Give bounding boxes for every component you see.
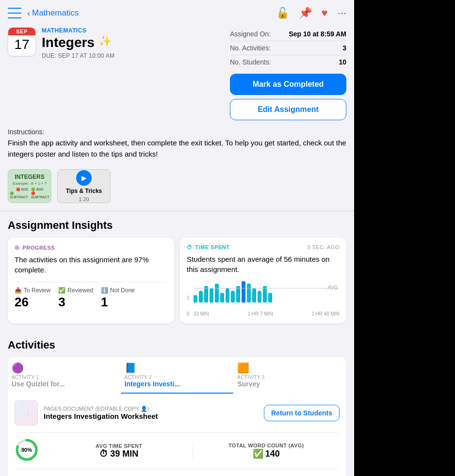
doc-type: PAGES DOCUMENT (EDITABLE COPY 👤) — [44, 406, 258, 412]
doc-name: Integers Investigation Worksheet — [44, 412, 258, 420]
time-label: TIME SPENT — [195, 244, 230, 250]
instructions-section: Instructions: Finish the app activity an… — [0, 128, 354, 165]
activities-section: Activities 🟣 ACTIVITY 1 Use Quizlet for.… — [0, 331, 354, 476]
chart-bar — [263, 286, 267, 302]
activity-detail: 📄 PAGES DOCUMENT (EDITABLE COPY 👤) Integ… — [8, 394, 346, 476]
chart-bar — [220, 293, 224, 302]
tips-tricks-video[interactable]: ▶ Tips & Tricks 1:20 — [57, 169, 111, 203]
not-done-label: ℹ️ Not Done — [101, 287, 135, 294]
cal-month: SEP — [8, 28, 35, 35]
doc-thumbnail: 📄 — [15, 400, 38, 426]
sparkle-icon: ✨ — [98, 35, 112, 48]
assignment-right: Assigned On: Sep 10 at 8:59 AM No. Activ… — [230, 27, 346, 120]
progress-ring: 80% — [15, 438, 39, 464]
chart-bar — [252, 288, 256, 302]
to-review-label: 📥 To Review — [15, 287, 50, 294]
more-options-icon[interactable]: ··· — [338, 7, 346, 19]
activities-label: No. Activities: — [230, 44, 271, 52]
activities-value: 3 — [342, 44, 346, 52]
avg-time-metric: AVG TIME SPENT ⏱ 39 MIN — [46, 443, 193, 459]
survey-icon: 🟧 — [237, 362, 249, 374]
word-count-metric: TOTAL WORD COUNT (AVG) ✅ 140 — [193, 443, 340, 459]
insights-cards: ◎ PROGRESS The activities on this assign… — [8, 238, 346, 323]
chart-bar — [247, 284, 251, 302]
activity-tab-2[interactable]: 📘 ACTIVITY 2 Integers Investi... — [121, 357, 234, 394]
reviewed-label: ✅ Reviewed — [58, 287, 93, 294]
due-date: DUE: SEP 17 AT 10:00 AM — [42, 52, 114, 59]
activity-tab-3[interactable]: 🟧 ACTIVITY 3 Survey — [233, 357, 346, 394]
progress-card: ◎ PROGRESS The activities on this assign… — [8, 238, 174, 323]
cal-day: 17 — [14, 35, 29, 53]
sidebar-toggle-button[interactable] — [8, 8, 21, 18]
chart-bar — [236, 286, 240, 302]
assigned-on-value: Sep 10 at 8:59 AM — [289, 30, 346, 38]
assignment-title: Integers — [42, 35, 95, 50]
pin-icon[interactable]: 📌 — [299, 7, 312, 19]
assigned-on-label: Assigned On: — [230, 30, 271, 38]
video-title: Tips & Tricks — [66, 188, 102, 194]
black-panel — [354, 0, 455, 476]
instructions-text: Finish the app activity and worksheet, t… — [8, 138, 346, 159]
students-value: 10 — [339, 58, 346, 66]
chart-bar — [231, 291, 235, 302]
chart-bar — [268, 293, 272, 302]
reviewed-value: 3 — [58, 295, 93, 310]
subject-label: MATHEMATICS — [42, 27, 114, 34]
assignment-header: SEP 17 MATHEMATICS Integers ✨ DUE: SEP 1… — [0, 23, 354, 128]
students-row: No. Students: 10 — [230, 55, 346, 69]
quizlet-icon: 🟣 — [12, 362, 24, 374]
chart-bar — [194, 295, 197, 302]
doc-info: PAGES DOCUMENT (EDITABLE COPY 👤) Integer… — [44, 406, 258, 420]
top-nav: ‹ Mathematics 🔓 📌 ♥ ··· — [0, 0, 354, 23]
time-bar-chart: AVG — [194, 281, 340, 310]
lock-icon[interactable]: 🔓 — [276, 7, 289, 19]
insights-section: Assignment Insights ◎ PROGRESS The activ… — [0, 211, 354, 331]
top-action-icons: 🔓 📌 ♥ ··· — [276, 7, 346, 19]
back-button[interactable]: ‹ Mathematics — [27, 8, 79, 18]
progress-text: The activities on this assignment are 97… — [15, 254, 167, 275]
time-text: Students spent an average of 56 minutes … — [187, 254, 340, 274]
check-icon: ✅ — [58, 287, 65, 294]
calendar-icon: SEP 17 — [8, 27, 36, 56]
svg-text:80%: 80% — [21, 447, 32, 453]
mark-completed-button[interactable]: Mark as Completed — [230, 74, 346, 95]
edit-assignment-button[interactable]: Edit Assignment — [230, 99, 346, 120]
activity-tabs: 🟣 ACTIVITY 1 Use Quizlet for... 📘 ACTIVI… — [8, 357, 346, 394]
chart-bar — [226, 288, 229, 302]
clock-icon: ⏱ — [187, 244, 193, 250]
clock-small-icon: ⏱ — [99, 449, 108, 459]
assigned-on-row: Assigned On: Sep 10 at 8:59 AM — [230, 27, 346, 41]
students-label: No. Students: — [230, 58, 271, 66]
avg-line — [194, 288, 340, 288]
avg-time-label: AVG TIME SPENT — [51, 443, 187, 449]
check-circle-icon: ✅ — [253, 448, 263, 459]
back-label: Mathematics — [32, 8, 79, 18]
play-icon: ▶ — [76, 170, 92, 186]
activity-metrics: 80% AVG TIME SPENT ⏱ 39 MIN TOTAL WORD C… — [15, 432, 340, 469]
time-ago: 3 sec. ago — [307, 244, 340, 250]
word-count-value: ✅ 140 — [199, 448, 334, 459]
inbox-icon: 📥 — [15, 287, 22, 294]
activities-row: No. Activities: 3 — [230, 41, 346, 55]
chart-bar — [258, 291, 261, 302]
chart-bar — [242, 281, 245, 302]
progress-stats: 📥 To Review 26 ✅ Reviewed 3 — [15, 282, 167, 310]
pages-icon: 📘 — [125, 362, 137, 374]
chart-bar — [215, 284, 219, 302]
integers-poster-label: INTEGERS — [15, 174, 44, 180]
chevron-left-icon: ‹ — [27, 8, 30, 18]
assignment-title-info: MATHEMATICS Integers ✨ DUE: SEP 17 AT 10… — [42, 27, 114, 59]
return-to-students-button[interactable]: Return to Students — [264, 405, 340, 421]
time-card-header: ⏱ TIME SPENT 3 sec. ago — [187, 244, 340, 250]
activity-tab-1[interactable]: 🟣 ACTIVITY 1 Use Quizlet for... — [8, 357, 121, 394]
activity-doc-row: 📄 PAGES DOCUMENT (EDITABLE COPY 👤) Integ… — [15, 400, 340, 426]
avg-time-value: ⏱ 39 MIN — [51, 449, 187, 459]
progress-card-header: ◎ PROGRESS — [15, 244, 167, 251]
word-count-label: TOTAL WORD COUNT (AVG) — [199, 443, 334, 448]
chart-bar — [199, 291, 203, 302]
heart-icon[interactable]: ♥ — [322, 7, 328, 19]
integers-poster-thumb[interactable]: INTEGERS Example: -8 + 1 = ? 🔴 ADD🟢 ADD … — [8, 169, 51, 203]
chart-y-labels: 1 0 — [187, 295, 190, 317]
chart-labels: 33 MIN 1 HR 7 MIN 1 HR 40 MIN — [194, 311, 340, 317]
to-review-stat: 📥 To Review 26 — [15, 287, 50, 310]
